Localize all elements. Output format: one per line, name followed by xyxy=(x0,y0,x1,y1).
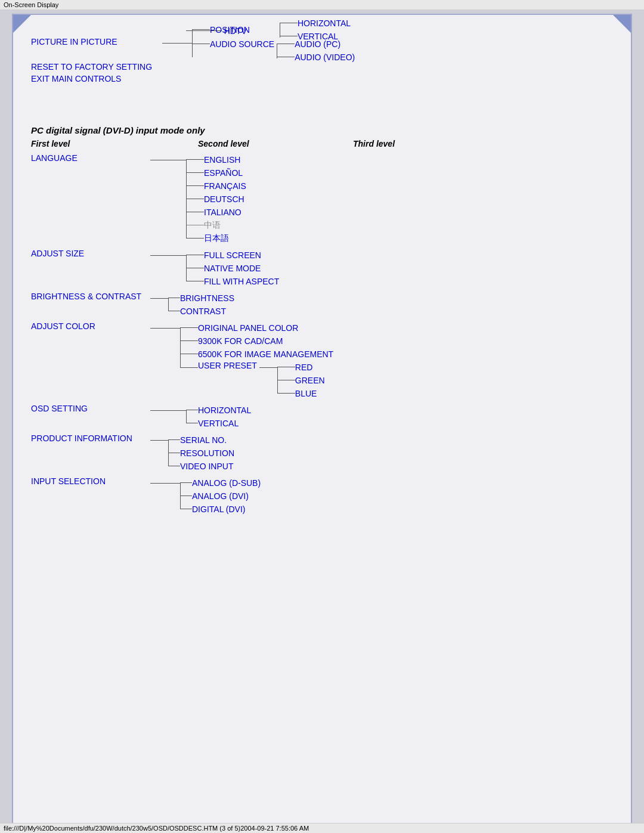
language-section: LANGUAGE ENGLISH ESPAÑOL FRANÇAIS DEUTSC… xyxy=(31,153,613,245)
digital-dvi-label: DIGITAL (DVI) xyxy=(192,504,245,514)
english-label: ENGLISH xyxy=(204,155,240,165)
serial-no-label: SERIAL NO. xyxy=(180,435,227,445)
audio-source-label: AUDIO SOURCE xyxy=(210,39,274,49)
digital-section: PC digital signal (DVI-D) input mode onl… xyxy=(31,125,613,516)
section-subtitle: PC digital signal (DVI-D) input mode onl… xyxy=(31,125,613,135)
position-label: POSITION xyxy=(210,25,250,35)
original-panel-label: ORIGINAL PANEL COLOR xyxy=(198,323,298,333)
francais-label: FRANÇAIS xyxy=(204,181,246,191)
deutsch-label: DEUTSCH xyxy=(204,194,244,204)
full-screen-label: FULL SCREEN xyxy=(204,250,261,260)
osd-setting-section: OSD SETTING HORIZONTAL VERTICAL xyxy=(31,404,613,430)
adjust-size-section: ADJUST SIZE FULL SCREEN NATIVE MODE FILL… xyxy=(31,249,613,288)
contrast-label: CONTRAST xyxy=(180,306,226,316)
italiano-label: ITALIANO xyxy=(204,208,242,217)
exit-row: EXIT MAIN CONTROLS xyxy=(31,74,613,83)
japanese-label: 日本語 xyxy=(204,233,229,244)
6500k-label: 6500K FOR IMAGE MANAGEMENT xyxy=(198,349,333,359)
osd-vertical-label: VERTICAL xyxy=(198,419,239,428)
brightness-contrast-label: BRIGHTNESS & CONTRAST xyxy=(31,292,150,301)
input-selection-section: INPUT SELECTION ANALOG (D-SUB) ANALOG (D… xyxy=(31,476,613,516)
second-level-header: Second level xyxy=(198,139,353,148)
main-content: HDTV PICTURE IN PICTURE xyxy=(12,14,632,825)
horizontal-label: HORIZONTAL xyxy=(298,18,351,28)
adjust-size-label: ADJUST SIZE xyxy=(31,249,150,258)
adjust-color-section: ADJUST COLOR ORIGINAL PANEL COLOR 9300K … xyxy=(31,321,613,400)
pip-connector: POSITION HORIZONTAL xyxy=(162,37,355,50)
title-text: On-Screen Display xyxy=(4,1,58,8)
green-label: GREEN xyxy=(295,376,325,385)
osd-setting-label: OSD SETTING xyxy=(31,404,150,413)
osd-horizontal-label: HORIZONTAL xyxy=(198,405,251,415)
level-headers: First level Second level Third level xyxy=(31,139,613,148)
blue-label: BLUE xyxy=(295,389,317,398)
pip-section: PICTURE IN PICTURE xyxy=(31,37,613,50)
pip-label: PICTURE IN PICTURE xyxy=(31,37,162,47)
brightness-label: BRIGHTNESS xyxy=(180,293,234,303)
chinese-label: 中语 xyxy=(204,220,221,231)
9300k-label: 9300K FOR CAD/CAM xyxy=(198,336,283,346)
resolution-label: RESOLUTION xyxy=(180,448,234,458)
reset-label: RESET TO FACTORY SETTING xyxy=(31,62,152,72)
product-info-section: PRODUCT INFORMATION SERIAL NO. RESOLUTIO… xyxy=(31,433,613,473)
audio-pc-label: AUDIO (PC) xyxy=(295,39,340,49)
title-bar: On-Screen Display xyxy=(0,0,644,10)
product-info-label: PRODUCT INFORMATION xyxy=(31,433,150,443)
espanol-label: ESPAÑOL xyxy=(204,168,243,178)
native-mode-label: NATIVE MODE xyxy=(204,264,261,273)
status-text: file:///D|/My%20Documents/dfu/230W/dutch… xyxy=(4,825,309,832)
analog-dsub-label: ANALOG (D-SUB) xyxy=(192,478,261,488)
third-level-header: Third level xyxy=(353,139,472,148)
red-label: RED xyxy=(295,363,313,372)
input-selection-label: INPUT SELECTION xyxy=(31,476,150,486)
first-level-header: First level xyxy=(31,139,198,148)
audio-video-label: AUDIO (VIDEO) xyxy=(295,52,355,62)
analog-dvi-label: ANALOG (DVI) xyxy=(192,491,249,501)
exit-label: EXIT MAIN CONTROLS xyxy=(31,74,121,83)
video-input-label: VIDEO INPUT xyxy=(180,462,233,471)
top-section: HDTV PICTURE IN PICTURE xyxy=(31,26,613,83)
status-bar: file:///D|/My%20Documents/dfu/230W/dutch… xyxy=(0,823,644,833)
adjust-color-label: ADJUST COLOR xyxy=(31,321,150,331)
fill-aspect-label: FILL WITH ASPECT xyxy=(204,277,279,286)
language-label: LANGUAGE xyxy=(31,153,150,163)
brightness-contrast-section: BRIGHTNESS & CONTRAST BRIGHTNESS CONTRAS… xyxy=(31,292,613,318)
user-preset-label: USER PRESET xyxy=(198,361,257,370)
